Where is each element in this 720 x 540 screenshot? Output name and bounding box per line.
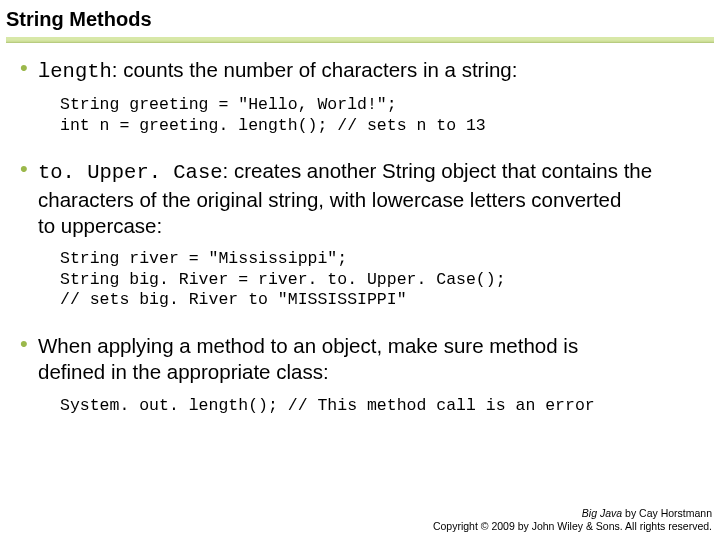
- code-block-length: String greeting = "Hello, World!"; int n…: [38, 85, 702, 150]
- bullet-text: When applying a method to an object, mak…: [38, 333, 702, 385]
- bullet-line2: defined in the appropriate class:: [38, 360, 329, 383]
- bullet-rest-line1: : creates another String object that con…: [223, 159, 653, 182]
- slide-content: length: counts the number of characters …: [0, 57, 720, 430]
- code-block-error: System. out. length(); // This method ca…: [38, 386, 702, 431]
- footer-copyright: Copyright © 2009 by John Wiley & Sons. A…: [433, 520, 712, 534]
- footer-book-title: Big Java: [582, 507, 622, 519]
- bullet-list: length: counts the number of characters …: [18, 57, 702, 430]
- bullet-text: length: counts the number of characters …: [38, 57, 702, 85]
- method-name-touppercase: to. Upper. Case: [38, 161, 223, 184]
- method-name-length: length: [38, 60, 112, 83]
- bullet-rest: : counts the number of characters in a s…: [112, 58, 518, 81]
- bullet-rest-line3: to uppercase:: [38, 214, 162, 237]
- bullet-item-length: length: counts the number of characters …: [18, 57, 702, 150]
- title-underline: [6, 37, 714, 43]
- code-block-touppercase: String river = "Mississippi"; String big…: [38, 239, 702, 325]
- bullet-item-error: When applying a method to an object, mak…: [18, 333, 702, 430]
- footer-author: by Cay Horstmann: [622, 507, 712, 519]
- bullet-item-touppercase: to. Upper. Case: creates another String …: [18, 158, 702, 325]
- slide-title: String Methods: [0, 0, 720, 37]
- footer: Big Java by Cay Horstmann Copyright © 20…: [433, 507, 712, 534]
- bullet-line1: When applying a method to an object, mak…: [38, 334, 578, 357]
- footer-line1: Big Java by Cay Horstmann: [433, 507, 712, 521]
- bullet-text: to. Upper. Case: creates another String …: [38, 158, 702, 239]
- bullet-rest-line2: characters of the original string, with …: [38, 188, 621, 211]
